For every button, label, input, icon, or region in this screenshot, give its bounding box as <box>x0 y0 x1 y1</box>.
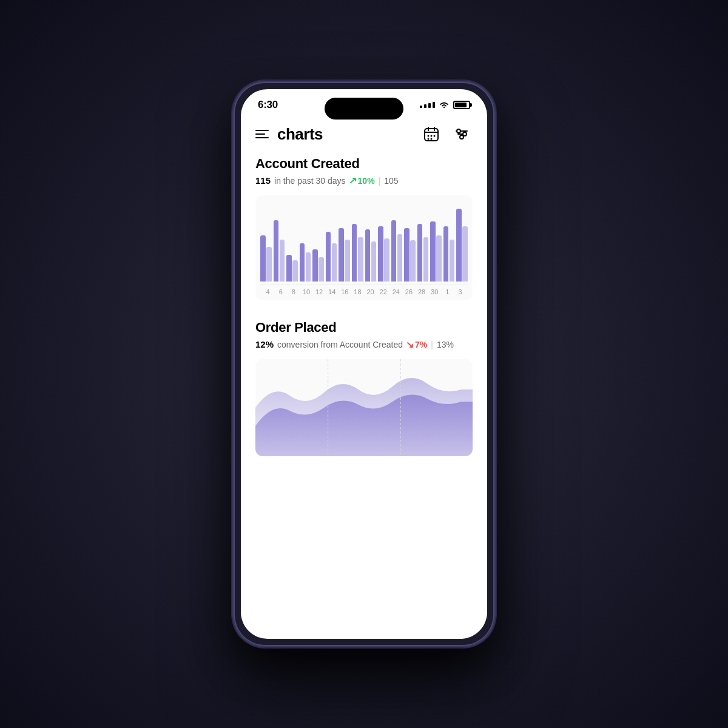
x-label-0: 4 <box>261 288 274 295</box>
bar-group-15 <box>456 209 468 281</box>
account-created-title: Account Created <box>255 156 473 172</box>
bar-group-14 <box>443 226 455 281</box>
bar-secondary-12 <box>423 237 429 281</box>
order-placed-desc: conversion from Account Created <box>277 340 403 349</box>
bar-primary-5 <box>326 232 331 281</box>
bar-primary-15 <box>456 209 462 281</box>
bar-primary-11 <box>404 228 410 281</box>
bar-primary-0 <box>260 235 266 281</box>
bar-secondary-10 <box>397 234 403 281</box>
bar-group-0 <box>260 235 272 281</box>
x-label-2: 8 <box>287 288 300 295</box>
status-time: 6:30 <box>258 99 278 111</box>
bar-primary-10 <box>391 220 397 281</box>
order-placed-section: Order Placed 12% conversion from Account… <box>255 320 473 456</box>
bar-secondary-6 <box>345 240 350 281</box>
bar-secondary-14 <box>450 240 455 281</box>
bar-group-10 <box>391 220 403 281</box>
svg-point-6 <box>434 135 436 137</box>
menu-button[interactable] <box>255 130 269 138</box>
order-placed-value: 12% <box>255 339 274 349</box>
account-created-value: 115 <box>255 175 271 186</box>
bar-group-8 <box>365 229 377 281</box>
x-label-8: 20 <box>364 288 377 295</box>
svg-point-4 <box>428 135 430 137</box>
x-label-7: 18 <box>351 288 364 295</box>
header-actions <box>420 123 473 145</box>
bar-secondary-9 <box>384 238 389 281</box>
svg-point-8 <box>431 138 433 140</box>
x-axis: 468101214161820222426283013 <box>260 284 468 300</box>
order-placed-title: Order Placed <box>255 320 473 335</box>
page-title: charts <box>277 125 420 144</box>
x-label-11: 26 <box>402 288 415 295</box>
bar-primary-4 <box>312 249 318 281</box>
account-created-trend: 10% <box>349 176 375 186</box>
svg-point-12 <box>457 129 460 133</box>
bar-primary-1 <box>274 220 279 281</box>
bar-group-7 <box>352 224 363 281</box>
account-created-chart: 468101214161820222426283013 <box>255 195 473 300</box>
bar-group-2 <box>286 255 298 281</box>
svg-point-7 <box>428 138 430 140</box>
bar-group-4 <box>312 249 324 281</box>
bar-group-3 <box>300 243 311 281</box>
signal-icon <box>420 102 435 108</box>
bar-group-6 <box>339 228 350 281</box>
x-label-9: 22 <box>377 288 389 295</box>
bar-secondary-3 <box>306 252 311 281</box>
phone-shell: 6:30 <box>234 82 494 646</box>
bar-group-1 <box>274 220 285 281</box>
bar-primary-8 <box>365 229 371 281</box>
bar-primary-13 <box>430 221 436 281</box>
x-label-5: 14 <box>326 288 339 295</box>
svg-point-5 <box>431 135 433 137</box>
x-label-4: 12 <box>313 288 326 295</box>
account-created-section: Account Created 115 in the past 30 days … <box>255 156 473 300</box>
order-placed-prev: 13% <box>437 340 454 349</box>
bar-primary-6 <box>339 228 344 281</box>
bar-secondary-13 <box>436 235 442 281</box>
calendar-button[interactable] <box>420 123 442 145</box>
x-label-10: 24 <box>389 288 402 295</box>
bar-secondary-11 <box>410 240 416 281</box>
bar-primary-14 <box>443 226 449 281</box>
bar-group-9 <box>378 226 389 281</box>
order-placed-trend: 7% <box>406 340 427 349</box>
battery-icon <box>453 101 470 109</box>
area-chart-svg <box>255 359 473 456</box>
bars-area <box>260 203 468 281</box>
filter-button[interactable] <box>451 123 473 145</box>
bar-secondary-4 <box>318 257 324 281</box>
bar-primary-9 <box>378 226 383 281</box>
bar-secondary-7 <box>358 237 363 281</box>
scene: 6:30 <box>0 0 728 728</box>
x-label-6: 16 <box>339 288 351 295</box>
x-label-12: 28 <box>416 288 428 295</box>
bar-primary-3 <box>300 243 305 281</box>
bar-group-13 <box>430 221 442 281</box>
svg-point-13 <box>463 132 467 136</box>
svg-point-14 <box>460 135 463 139</box>
bar-group-12 <box>417 224 429 281</box>
account-created-prev: 105 <box>384 176 398 186</box>
bar-primary-12 <box>417 224 423 281</box>
dynamic-island <box>325 98 403 120</box>
status-icons <box>420 101 470 109</box>
bar-secondary-1 <box>280 240 285 281</box>
x-label-15: 3 <box>454 288 467 295</box>
divider2: | <box>431 340 433 349</box>
order-placed-subtitle: 12% conversion from Account Created 7% |… <box>255 339 473 349</box>
account-created-subtitle: 115 in the past 30 days 10% | 105 <box>255 175 473 186</box>
status-bar: 6:30 <box>241 89 487 116</box>
bar-secondary-0 <box>266 247 272 281</box>
bar-group-11 <box>404 228 416 281</box>
wifi-icon <box>439 101 450 109</box>
account-created-desc: in the past 30 days <box>274 176 346 186</box>
bar-secondary-8 <box>371 241 377 281</box>
x-label-1: 6 <box>274 288 287 295</box>
bar-primary-2 <box>286 255 292 281</box>
screen: 6:30 <box>241 89 487 639</box>
scroll-content[interactable]: Account Created 115 in the past 30 days … <box>241 151 487 639</box>
bar-secondary-5 <box>332 243 337 281</box>
